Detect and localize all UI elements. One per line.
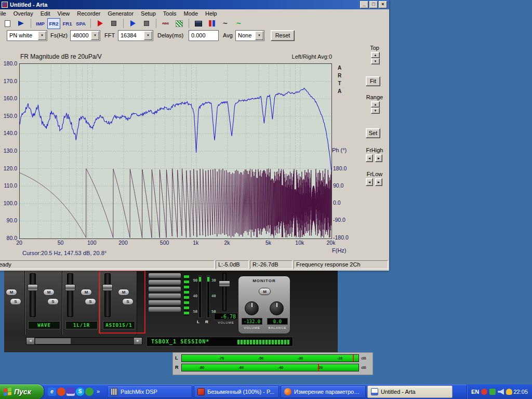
quicklaunch-ie-icon[interactable]: e xyxy=(48,388,56,396)
monitor-mute-button[interactable]: M xyxy=(259,288,271,295)
monitor-volume-knob[interactable] xyxy=(245,301,259,315)
overlay-button[interactable] xyxy=(15,18,28,29)
chevron-down-icon[interactable]: ▼ xyxy=(255,31,263,40)
arrow-left-icon[interactable]: ◄ xyxy=(366,178,373,186)
y-axis-tick: 90.0 xyxy=(0,217,17,223)
quicklaunch-browser-icon[interactable] xyxy=(57,388,65,396)
monitor-volume-display: -132.0 xyxy=(242,318,262,325)
solo-button[interactable]: S xyxy=(47,298,59,305)
taskbar-button[interactable]: Безымянный (100%) - P... xyxy=(194,385,279,398)
menu-mode[interactable]: Mode xyxy=(180,10,202,17)
fr2-mode-button[interactable]: FR2 xyxy=(47,18,60,29)
menu-overlay[interactable]: Overlay xyxy=(10,10,37,17)
frhigh-adjust[interactable]: ◄ ► xyxy=(366,154,383,162)
strip-fader-handle[interactable] xyxy=(65,284,75,291)
quicklaunch-overflow-chevron[interactable]: » xyxy=(97,388,100,394)
solo-button[interactable]: S xyxy=(10,298,21,305)
spin-down-icon[interactable]: ▼ xyxy=(371,108,380,114)
fft-size-select[interactable]: 16384▼ xyxy=(118,30,153,41)
stop-icon xyxy=(144,21,149,26)
fit-button[interactable]: Fit xyxy=(366,76,380,86)
taskbar-button-label: Безымянный (100%) - P... xyxy=(207,389,274,395)
menu-tools[interactable]: Tools xyxy=(159,10,180,17)
chevron-down-icon[interactable]: ▼ xyxy=(144,31,152,40)
arrow-left-icon[interactable]: ◄ xyxy=(366,154,373,162)
set-button[interactable]: Set xyxy=(366,128,380,138)
scroll-right-icon[interactable]: ► xyxy=(134,338,142,344)
signal-type-select[interactable]: PN white▼ xyxy=(7,30,47,41)
meter-scale-label: -80 xyxy=(196,366,207,369)
maximize-button[interactable]: □ xyxy=(369,1,378,8)
strip-fader-track[interactable] xyxy=(67,273,73,317)
frlow-adjust[interactable]: ◄ ► xyxy=(366,178,383,186)
tray-volume-icon[interactable] xyxy=(498,389,504,395)
menu-edit[interactable]: Edit xyxy=(37,10,54,17)
quicklaunch-save-icon[interactable] xyxy=(66,388,75,396)
mute-button[interactable]: M xyxy=(6,289,17,296)
mute-button[interactable]: M xyxy=(81,289,92,296)
record-stop-button[interactable] xyxy=(107,18,120,29)
quicklaunch-player-icon[interactable] xyxy=(85,388,94,396)
record-start-button[interactable] xyxy=(94,18,107,29)
taskbar-button[interactable]: Измерение параметров ... xyxy=(281,385,366,398)
generator-start-button[interactable] xyxy=(126,18,139,29)
audio-device-button[interactable] xyxy=(192,18,205,29)
chevron-down-icon[interactable]: ▼ xyxy=(38,31,46,40)
monitor-balance-knob[interactable] xyxy=(270,301,284,315)
grid-toggle[interactable] xyxy=(172,18,185,29)
main-volume-label: VOLUME xyxy=(214,321,238,324)
start-button[interactable]: Пуск xyxy=(0,384,44,399)
menu-generator[interactable]: Generator xyxy=(104,10,138,17)
averaging-select[interactable]: None▼ xyxy=(235,30,264,41)
strip-fader-handle[interactable] xyxy=(28,284,38,291)
sample-rate-select[interactable]: 48000▼ xyxy=(70,30,100,41)
strip-fader-track[interactable] xyxy=(30,273,36,317)
frequency-response-plot[interactable] xyxy=(19,63,332,239)
x-axis-tick: 20k xyxy=(323,240,339,246)
menu-file[interactable]: File xyxy=(0,10,10,17)
strips-scrollbar[interactable]: ◄ ► xyxy=(26,337,142,345)
close-button[interactable]: × xyxy=(379,1,387,8)
mute-button[interactable]: M xyxy=(43,289,55,296)
imp-mode-button[interactable]: IMP xyxy=(34,18,47,29)
spa-mode-button[interactable]: SPA xyxy=(74,18,87,29)
main-fader-handle[interactable] xyxy=(219,281,230,287)
new-file-button[interactable] xyxy=(1,18,14,29)
top-spinner[interactable]: ▲ ▼ xyxy=(371,52,380,64)
scroll-left-icon[interactable]: ◄ xyxy=(26,338,34,344)
tray-app-icon[interactable] xyxy=(481,389,487,395)
signal-generator-button[interactable]: ~ xyxy=(232,18,245,29)
arta-titlebar[interactable]: Untitled - Arta _ □ × xyxy=(0,0,389,9)
spin-down-icon[interactable]: ▼ xyxy=(371,58,380,64)
menu-recorder[interactable]: Recorder xyxy=(73,10,104,17)
signal-wave-button[interactable]: ~ xyxy=(219,18,232,29)
chevron-down-icon[interactable]: ▼ xyxy=(91,31,99,40)
menu-setup[interactable]: Setup xyxy=(137,10,159,17)
taskbar-button[interactable]: PatchMix DSP xyxy=(107,385,192,398)
range-spinner[interactable]: ▲ ▼ xyxy=(371,101,380,114)
menu-help[interactable]: Help xyxy=(202,10,221,17)
spin-up-icon[interactable]: ▲ xyxy=(371,52,380,58)
status-right-level: R:-26.7dB xyxy=(250,260,292,269)
solo-button[interactable]: S xyxy=(85,298,96,305)
spin-up-icon[interactable]: ▲ xyxy=(371,101,380,108)
main-fader-track[interactable] xyxy=(222,273,227,311)
taskbar-clock: 22:05 xyxy=(513,389,528,395)
x-axis-tick: 100 xyxy=(84,240,100,246)
language-indicator[interactable]: EN xyxy=(471,389,479,395)
taskbar-button[interactable]: Untitled - Arta xyxy=(367,385,453,398)
scrollbar-thumb[interactable] xyxy=(35,338,71,344)
fr1-mode-button[interactable]: FR1 xyxy=(61,18,74,29)
minimize-button[interactable]: _ xyxy=(360,1,368,8)
arrow-right-icon[interactable]: ► xyxy=(375,178,382,186)
delay-input[interactable]: 0.000 xyxy=(189,30,219,41)
arrow-right-icon[interactable]: ► xyxy=(375,154,382,162)
generator-stop-button[interactable] xyxy=(140,18,153,29)
reset-button[interactable]: Reset xyxy=(271,30,295,41)
quicklaunch-skype-icon[interactable]: S xyxy=(76,388,84,396)
level-meter-button[interactable] xyxy=(205,18,218,29)
menu-view[interactable]: View xyxy=(54,10,74,17)
tray-update-icon[interactable] xyxy=(506,389,512,395)
tray-network-icon[interactable] xyxy=(489,389,496,395)
text-readout-toggle[interactable]: ABC xyxy=(159,18,172,29)
